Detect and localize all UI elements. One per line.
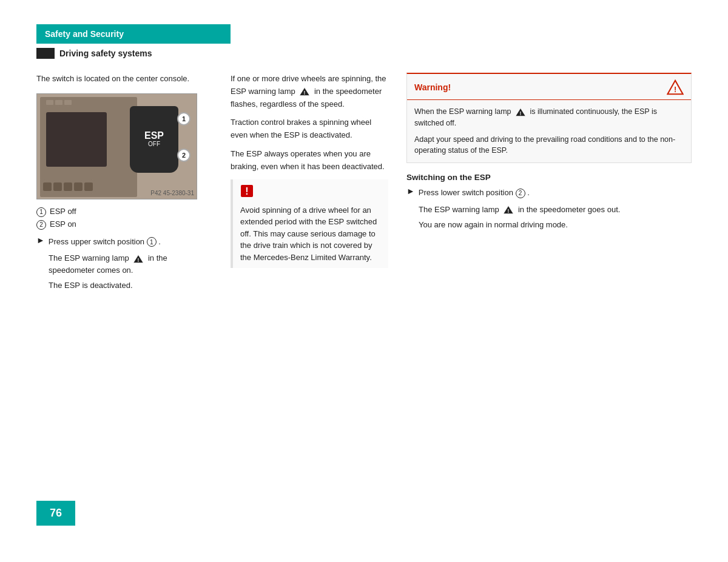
header-teal-text: Safety and Security bbox=[45, 29, 124, 39]
page-number-box: 76 bbox=[36, 501, 75, 526]
warning-body: When the ESP warning lamp ! is illuminat… bbox=[407, 100, 691, 162]
content-area: The switch is located on the center cons… bbox=[36, 73, 692, 295]
warning-title: Warning! bbox=[414, 82, 451, 92]
sub-text-2: The ESP is deactivated. bbox=[49, 279, 212, 292]
middle-para-2: Traction control brakes a spinning wheel… bbox=[231, 116, 388, 142]
warning-lamp-icon-4: ! bbox=[502, 204, 514, 215]
svg-text:!: ! bbox=[520, 110, 522, 116]
svg-text:!: ! bbox=[245, 186, 248, 196]
caution-text: Avoid spinning of a drive wheel for an e… bbox=[240, 204, 381, 264]
dash-screen bbox=[46, 112, 107, 167]
warning-lamp-icon-2: ! bbox=[298, 86, 311, 97]
warning-header: Warning! ! bbox=[407, 74, 691, 100]
dash-controls bbox=[43, 182, 93, 191]
svg-text:!: ! bbox=[304, 90, 306, 96]
col-right: Warning! ! When the ESP warning lamp ! bbox=[406, 73, 692, 295]
caution-icon: ! bbox=[240, 184, 381, 201]
caution-box: ! Avoid spinning of a drive wheel for an… bbox=[231, 179, 388, 269]
svg-text:!: ! bbox=[674, 85, 676, 94]
right-sub-text-2: You are now again in normal driving mode… bbox=[419, 219, 692, 231]
list-item-1-text: ESP off bbox=[50, 207, 76, 216]
right-action-period: . bbox=[527, 188, 530, 197]
warning-para-2: Adapt your speed and driving to the prev… bbox=[414, 134, 684, 157]
svg-text:!: ! bbox=[508, 208, 510, 214]
list-item-2: 2 ESP on bbox=[36, 219, 212, 230]
esp-button-graphic: ESP OFF bbox=[130, 106, 178, 173]
esp-off-label: OFF bbox=[148, 141, 160, 147]
list-items: 1 ESP off 2 ESP on bbox=[36, 207, 212, 230]
bullet-content: Press upper switch position 1 . bbox=[49, 236, 161, 248]
header-black-block bbox=[36, 48, 55, 59]
arrow-bullet-icon: ► bbox=[36, 235, 45, 245]
right-bullet-action: ► Press lower switch position 2 . bbox=[406, 187, 692, 199]
action-period: . bbox=[158, 237, 161, 246]
badge-2: 2 bbox=[177, 149, 190, 162]
warning-lamp-icon-1: ! bbox=[132, 253, 144, 264]
image-label: P42 45-2380-31 bbox=[150, 190, 194, 196]
svg-text:!: ! bbox=[138, 257, 140, 263]
badge-1: 1 bbox=[177, 112, 190, 125]
warning-triangle-icon: ! bbox=[667, 79, 684, 96]
warning-para-1a: When the ESP warning lamp bbox=[414, 107, 511, 116]
middle-para-1: If one or more drive wheels are spinning… bbox=[231, 73, 388, 110]
warning-lamp-icon-3: ! bbox=[514, 107, 527, 118]
page-number: 76 bbox=[50, 507, 62, 519]
switching-heading: Switching on the ESP bbox=[406, 173, 692, 182]
header-section: Safety and Security Driving safety syste… bbox=[36, 24, 231, 61]
page-wrapper: Safety and Security Driving safety syste… bbox=[0, 0, 728, 562]
image-container: ESP OFF 1 2 P42 45-2380-31 bbox=[36, 93, 197, 199]
esp-label: ESP bbox=[144, 131, 164, 141]
sub-text-1: The ESP warning lamp ! in the speedomete… bbox=[49, 252, 212, 276]
middle-para-3: The ESP always operates when you are bra… bbox=[231, 148, 388, 173]
col-left: The switch is located on the center cons… bbox=[36, 73, 212, 295]
action-num-1: 1 bbox=[147, 237, 157, 247]
list-item-2-text: ESP on bbox=[50, 219, 76, 229]
right-sub-text-1: The ESP warning lamp ! in the speedomete… bbox=[419, 204, 692, 216]
header-teal-bar: Safety and Security bbox=[36, 24, 231, 44]
circle-num-2: 2 bbox=[36, 220, 46, 230]
dashboard-mock bbox=[40, 97, 137, 197]
circle-num-1: 1 bbox=[36, 207, 46, 217]
header-subtitle: Driving safety systems bbox=[59, 46, 152, 61]
right-bullet-content: Press lower switch position 2 . bbox=[419, 187, 530, 199]
right-sub1-a: The ESP warning lamp bbox=[419, 205, 499, 214]
press-upper-label: Press upper switch position bbox=[49, 237, 144, 246]
sub1-text-a: The ESP warning lamp bbox=[49, 253, 129, 263]
action-num-2: 2 bbox=[516, 189, 525, 198]
right-sub1-b: in the speedometer goes out. bbox=[518, 205, 620, 214]
warning-para-1: When the ESP warning lamp ! is illuminat… bbox=[414, 106, 684, 129]
col-middle: If one or more drive wheels are spinning… bbox=[231, 73, 388, 295]
press-lower-label: Press lower switch position bbox=[419, 188, 513, 197]
warning-box: Warning! ! When the ESP warning lamp ! bbox=[406, 73, 692, 163]
list-item: 1 ESP off bbox=[36, 207, 212, 217]
bullet-action: ► Press upper switch position 1 . bbox=[36, 236, 212, 248]
right-arrow-bullet-icon: ► bbox=[406, 186, 415, 196]
intro-text: The switch is located on the center cons… bbox=[36, 73, 212, 85]
